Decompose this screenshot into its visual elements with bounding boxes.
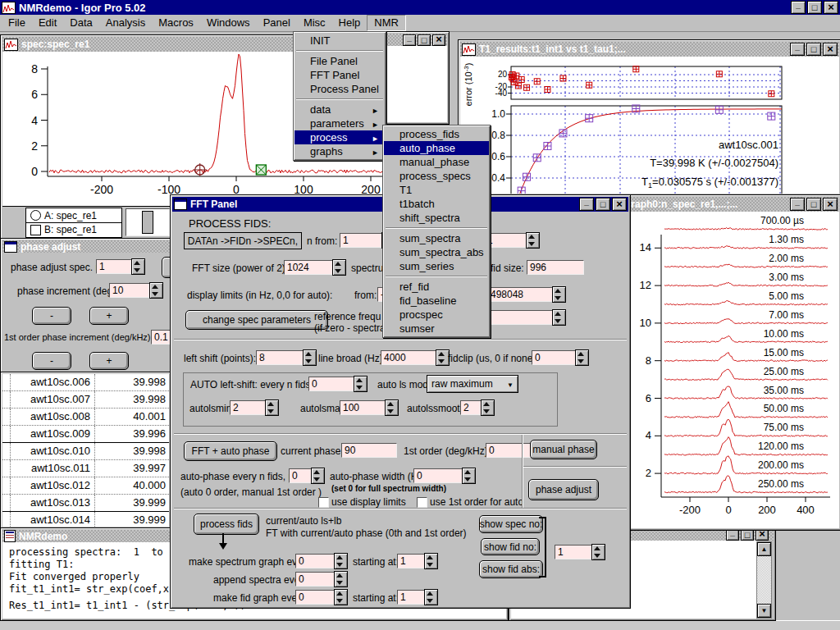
process-submenu-item-sum-series[interactable]: sum_series	[384, 259, 489, 273]
fragment-close-icon[interactable]	[432, 34, 445, 46]
fragment-minimize-icon[interactable]	[403, 34, 416, 46]
cell-name[interactable]: awt10sc.014	[11, 512, 95, 527]
show-no-spinner[interactable]	[591, 544, 605, 560]
fidclip-field[interactable]: 0	[532, 350, 579, 365]
autolsmin-field[interactable]: 2	[230, 400, 269, 415]
auto-ls-n-spinner[interactable]	[354, 376, 368, 392]
cell-value[interactable]: 39.999	[95, 512, 169, 527]
change-spec-parameters-button[interactable]: change spec parameters	[185, 310, 328, 330]
fft-maximize-icon[interactable]	[596, 198, 610, 211]
table-row[interactable]: awt10sc.01139.997	[2, 460, 169, 477]
nmr-menu-item-graphs[interactable]: graphs	[294, 144, 385, 158]
cell-name[interactable]: awt10sc.013	[11, 495, 95, 511]
cell-name[interactable]: awt10sc.007	[11, 391, 95, 408]
show-fid-abs-button[interactable]: show fid abs:	[479, 560, 543, 578]
make-spectrum-spinner[interactable]	[334, 553, 348, 569]
table-row[interactable]: awt10sc.01039.998	[2, 443, 169, 460]
menubar-item-misc[interactable]: Misc	[297, 16, 332, 30]
cell-name[interactable]: awt10sc.006	[11, 374, 95, 390]
cursor-slider[interactable]	[126, 208, 170, 236]
cell-name[interactable]: awt10sc.010	[11, 443, 95, 459]
stack-maximize-icon[interactable]	[806, 198, 821, 211]
process-submenu-item-t1[interactable]: T1	[384, 183, 489, 197]
nmr-menu-item-fft-panel[interactable]: FFT Panel	[294, 68, 385, 82]
auto-phase-n-spinner[interactable]	[311, 468, 325, 484]
menubar-item-edit[interactable]: Edit	[32, 16, 63, 30]
scroll-up-icon[interactable]	[757, 542, 771, 556]
line-broad-field[interactable]: 4000	[381, 350, 440, 365]
autolsmin-spinner[interactable]	[265, 399, 279, 416]
menubar-item-macros[interactable]: Macros	[152, 16, 200, 30]
menubar-item-analysis[interactable]: Analysis	[99, 16, 152, 30]
show-fid-no-button[interactable]: show fid no:	[481, 538, 540, 555]
cursor-b-row[interactable]: B: spec_re1	[26, 223, 121, 236]
fft-size-spinner[interactable]	[332, 259, 346, 276]
cell-value[interactable]: 39.999	[95, 495, 169, 511]
process-submenu-item-ref-fid[interactable]: ref_fid	[384, 280, 489, 294]
append-spectra-spinner[interactable]	[334, 571, 348, 587]
cursor-a-row[interactable]: A: spec_re1	[26, 208, 121, 223]
fid-size-field[interactable]: 996	[527, 260, 584, 275]
autolsmax-spinner[interactable]	[385, 399, 399, 416]
phase-plus-button[interactable]: +	[89, 307, 129, 325]
menubar-item-data[interactable]: Data	[63, 16, 98, 30]
stack-window-title-bar[interactable]: graph0:n_spec_re1,...;...	[623, 197, 839, 212]
stack-close-icon[interactable]	[823, 198, 838, 211]
show-spec-no-button[interactable]: show spec no:	[479, 515, 543, 533]
app-maximize-icon[interactable]	[807, 1, 822, 14]
cell-name[interactable]: awt10sc.009	[11, 426, 95, 442]
fft-auto-phase-button[interactable]: FFT + auto phase	[184, 441, 277, 461]
auto-phase-width-field[interactable]: 0	[413, 468, 466, 483]
process-submenu-item-fid-baseline[interactable]: fid_baseline	[384, 294, 489, 308]
process-submenu-item-auto-phase[interactable]: auto_phase	[384, 141, 489, 155]
cell-name[interactable]: awt10sc.012	[11, 477, 95, 494]
phase-panel-title-bar[interactable]: phase adjust	[2, 240, 175, 253]
stack-minimize-icon[interactable]	[790, 198, 805, 211]
t1-maximize-icon[interactable]	[806, 43, 821, 56]
make-spectrum-field[interactable]: 0	[295, 554, 338, 568]
cursor-slider-thumb[interactable]	[142, 211, 153, 234]
append-spectra-field[interactable]: 0	[295, 572, 338, 587]
process-submenu-item-sum-spectra[interactable]: sum_spectra	[384, 231, 489, 245]
table-row[interactable]: awt10sc.00639.998	[2, 374, 169, 391]
autolssmooth-spinner[interactable]	[481, 399, 495, 416]
process-submenu-item-process-fids[interactable]: process_fids	[384, 127, 489, 141]
nmr-menu-item-init[interactable]: INIT	[294, 34, 385, 48]
table-row[interactable]: awt10sc.01240.000	[2, 477, 169, 495]
n-to-spinner[interactable]	[526, 232, 540, 249]
app-close-icon[interactable]	[824, 1, 838, 14]
auto-ls-mode-popup[interactable]: raw maximum	[427, 375, 518, 393]
table-row[interactable]: awt10sc.01439.999	[2, 512, 169, 527]
process-submenu-item-shift-spectra[interactable]: shift_spectra	[384, 211, 489, 225]
cell-name[interactable]: awt10sc.011	[11, 460, 95, 477]
fidclip-spinner[interactable]	[575, 349, 589, 366]
cell-value[interactable]: 39.997	[95, 460, 169, 477]
phase-spec-no-spinner[interactable]	[131, 258, 145, 275]
process-submenu-item-procspec[interactable]: procspec	[384, 308, 489, 322]
process-submenu-item-manual-phase[interactable]: manual_phase	[384, 155, 489, 169]
cell-value[interactable]: 40.001	[95, 409, 169, 425]
phase-first-order-plus-button[interactable]: +	[89, 352, 129, 370]
fft-size-field[interactable]: 1024	[284, 260, 336, 275]
menubar-item-help[interactable]: Help	[332, 16, 368, 30]
phase-increment-spinner[interactable]	[149, 282, 163, 299]
current-phase-field[interactable]: 90	[341, 443, 397, 458]
nmr-menu-item-data[interactable]: data	[294, 103, 385, 116]
use-first-order-checkbox[interactable]	[417, 497, 427, 508]
menubar-item-file[interactable]: File	[2, 16, 32, 30]
nmr-menu-item-parameters[interactable]: parameters	[294, 116, 385, 130]
vertical-scrollbar[interactable]	[756, 541, 772, 619]
nmr-menu-item-process-panel[interactable]: Process Panel	[294, 82, 385, 96]
autolsmax-field[interactable]: 100	[340, 400, 389, 415]
table-row[interactable]: awt10sc.01339.999	[2, 495, 169, 512]
t1-close-icon[interactable]	[823, 43, 838, 56]
spectrum-start-spinner[interactable]	[424, 553, 438, 569]
n-to-field[interactable]: 1	[484, 233, 530, 248]
auto-ls-n-field[interactable]: 0	[308, 377, 358, 391]
left-shift-spinner[interactable]	[303, 349, 317, 366]
fragment-maximize-icon[interactable]	[418, 34, 431, 46]
table-row[interactable]: awt10sc.00939.996	[2, 426, 169, 443]
fft-minimize-icon[interactable]	[579, 198, 594, 211]
fft-close-icon[interactable]	[612, 198, 627, 211]
manual-phase-button[interactable]: manual phase	[530, 440, 597, 459]
